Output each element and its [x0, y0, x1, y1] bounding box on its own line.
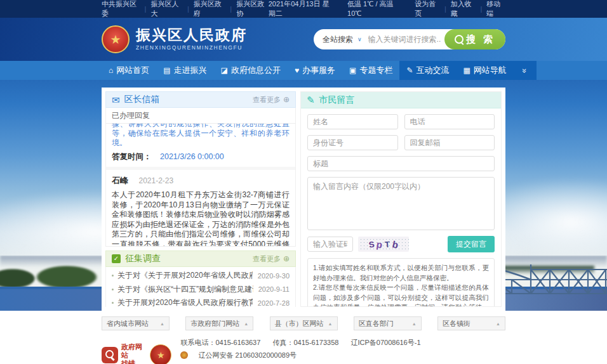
- phone-field[interactable]: [404, 114, 495, 129]
- separator: |: [230, 5, 232, 13]
- nav-more-button[interactable]: »: [514, 61, 537, 80]
- site-header: ★ 振兴区人民政府 ZHENXINGQURENMINZHENGFU 全站搜索 ∨…: [0, 18, 607, 61]
- list-item[interactable]: 关于开展对2020年省级人民政府履行教育职责情况满意度调查... 2020-7-…: [112, 296, 290, 307]
- pencil-icon: ✎: [307, 95, 315, 105]
- site-search: 全站搜索 ∨ 搜 索: [314, 29, 505, 49]
- clipboard-check-icon: ✓: [112, 254, 121, 263]
- note-line: 1.请如实填写姓名和联系方式，以便相关部门与您联系，更好地办理来信。我们对您的个…: [313, 263, 489, 283]
- footer-band: 省内城市网站▲ 市政府部门网站▲ 县（市）区网站▲ 区直各部门▲ 区各镇街▲ 政…: [0, 311, 607, 364]
- message-form-title: 市民留言: [319, 94, 355, 106]
- mailbox-panel-header: ✉ 区长信箱 查看更多 ⊕: [105, 91, 296, 108]
- national-emblem-icon: ★: [102, 25, 130, 53]
- email-field[interactable]: [404, 135, 495, 150]
- nav-item-home[interactable]: ⌂ 网站首页: [102, 61, 156, 80]
- separator: |: [187, 5, 189, 13]
- separator: |: [444, 5, 446, 13]
- topbar-link-peoples-congress[interactable]: 振兴区人大: [150, 0, 183, 18]
- captcha-char: T: [385, 239, 390, 249]
- weather-info: 低温 1℃ / 高温 10℃: [347, 0, 403, 18]
- topbar-link-cppcc[interactable]: 振兴区政协: [236, 0, 269, 18]
- letter-date: 2021-2-23: [138, 176, 173, 185]
- nav-item-about[interactable]: ▤ 走进振兴: [156, 61, 213, 80]
- id-number-field[interactable]: [307, 135, 398, 150]
- icp-license: 辽ICP备07008616号-1: [350, 339, 420, 346]
- pencil-board-icon: ✎: [406, 66, 413, 75]
- select-county-sites[interactable]: 县（市）区网站▲: [270, 316, 338, 330]
- topbar-link-party-committee[interactable]: 中共振兴区委: [102, 0, 140, 18]
- find-error-logo[interactable]: 政府网站 找错: [102, 343, 142, 364]
- reply-time-row: 答复时间： 2021/3/26 0:00:00: [106, 149, 295, 170]
- name-field[interactable]: [307, 114, 398, 129]
- find-error-magnifier-icon: [102, 347, 118, 363]
- mailbox-view-more-link[interactable]: 查看更多 ⊕: [253, 95, 290, 105]
- survey-item-date: 2020-9-11: [258, 285, 290, 293]
- site-logo[interactable]: ★ 振兴区人民政府 ZHENXINGQURENMINZHENGFU: [102, 25, 247, 53]
- search-button[interactable]: 搜 索: [444, 29, 505, 49]
- note-line: 2.请您尽量每次来信反映一个问题，尽量详细描述您的具体问题，如涉及多个问题，可以…: [313, 283, 489, 307]
- search-input[interactable]: [367, 34, 442, 44]
- chevron-down-icon: ∨: [357, 36, 362, 42]
- double-chevron-icon: »: [520, 68, 530, 72]
- list-item[interactable]: 关于对《关于开展对2020年省级人民政府履行教育职责情况满... 2020-9-…: [112, 269, 290, 283]
- bookmark-icon: ▣: [349, 66, 356, 75]
- document-icon: ▤: [163, 66, 170, 75]
- select-district-departments[interactable]: 区直各部门▲: [354, 316, 422, 330]
- tab-processed-replies[interactable]: 已办理回复: [106, 108, 295, 124]
- add-favorite-link[interactable]: 加入收藏: [451, 0, 476, 18]
- nav-item-interaction[interactable]: ✎ 互动交流: [399, 61, 456, 80]
- bullet-icon: [112, 302, 114, 304]
- select-province-sites[interactable]: 省内城市网站▲: [102, 316, 170, 330]
- main-content: ✉ 区长信箱 查看更多 ⊕ 已办理回复 骤、讲解火灾时的规范操作、突发情况的应急…: [102, 88, 505, 311]
- separator: |: [480, 5, 482, 13]
- separator: |: [145, 5, 147, 13]
- top-utility-bar: 中共振兴区委| 振兴区人大| 振兴区政府| 振兴区政协 2021年04月13日 …: [0, 0, 607, 18]
- captcha-image[interactable]: S p T b: [358, 237, 409, 252]
- citizen-letter[interactable]: 石峰 2021-2-23 本人于2020年10月租下丹东万达金街32-7商铺进行…: [106, 170, 295, 246]
- site-subtitle: ZHENXINGQURENMINZHENGFU: [136, 44, 247, 51]
- letter-author: 石峰: [112, 176, 128, 185]
- survey-item-title: 关于对《关于开展对2020年省级人民政府履行教育职责情况满...: [117, 270, 253, 281]
- survey-panel-header: ✓ 征集调查 查看更多 ⊕: [105, 250, 296, 267]
- government-badge-icon[interactable]: ★: [150, 344, 171, 364]
- mobile-site-link[interactable]: 移动端: [486, 0, 505, 18]
- reply-excerpt-text: 骤、讲解火灾时的规范操作、突发情况的应急处置等，确保给在院老人提供一个安宁、祥和…: [112, 124, 290, 148]
- topbar-link-district-gov[interactable]: 振兴区政府: [194, 0, 226, 18]
- set-homepage-link[interactable]: 设为首页: [415, 0, 440, 18]
- message-panel-header: ✎ 市民留言: [301, 92, 501, 108]
- message-panel: ✎ 市民留言 S p T: [300, 91, 502, 307]
- captcha-char: b: [392, 238, 400, 250]
- message-content-field[interactable]: [307, 177, 495, 230]
- reply-time-value: 2021/3/26 0:00:00: [160, 152, 224, 161]
- select-city-departments[interactable]: 市政府部门网站▲: [185, 316, 253, 330]
- mailbox-title: 区长信箱: [124, 94, 160, 105]
- captcha-char: p: [376, 238, 383, 250]
- security-record[interactable]: 辽公网安备 21060302000089号: [180, 351, 297, 359]
- triangle-up-icon: ▲: [412, 322, 417, 326]
- site-group-selects: 省内城市网站▲ 市政府部门网站▲ 县（市）区网站▲ 区直各部门▲ 区各镇街▲: [102, 316, 505, 330]
- reply-time-label: 答复时间：: [112, 152, 152, 161]
- list-item[interactable]: 关于对《振兴区“十四五”规划编制意见建议的公告》公开征... 2020-9-11: [112, 283, 290, 297]
- nav-item-topics[interactable]: ▣ 专题专栏: [342, 61, 399, 80]
- submit-message-button[interactable]: 提交留言: [448, 236, 495, 252]
- search-scope-dropdown[interactable]: 全站搜索 ∨: [323, 34, 367, 45]
- nav-item-services[interactable]: ♥ 办事服务: [288, 61, 342, 80]
- captcha-field[interactable]: [307, 237, 353, 252]
- triangle-up-icon: ▲: [496, 322, 500, 326]
- survey-view-more-link[interactable]: 查看更多 ⊕: [253, 254, 290, 264]
- reply-excerpt: 骤、讲解火灾时的规范操作、突发情况的应急处置等，确保给在院老人提供一个安宁、祥和…: [106, 124, 295, 149]
- current-date: 2021年04月13日 星期二: [269, 0, 336, 18]
- subject-field[interactable]: [307, 156, 495, 171]
- mailbox-panel-body: 已办理回复 骤、讲解火灾时的规范操作、突发情况的应急处置等，确保给在院老人提供一…: [105, 108, 296, 247]
- nav-item-gov-info[interactable]: ◪ 政府信息公开: [214, 61, 288, 80]
- triangle-up-icon: ▲: [160, 322, 164, 326]
- survey-item-title: 关于开展对2020年省级人民政府履行教育职责情况满意度调查...: [117, 297, 253, 307]
- select-towns-streets[interactable]: 区各镇街▲: [437, 316, 505, 330]
- grid-icon: ▦: [463, 66, 470, 75]
- circle-plus-icon: ⊕: [283, 254, 290, 263]
- security-shield-icon: [180, 351, 188, 359]
- find-error-text: 政府网站: [121, 343, 142, 360]
- find-error-text: 找错: [121, 360, 142, 364]
- survey-item-date: 2020-7-28: [258, 299, 290, 307]
- nav-item-sitemap[interactable]: ▦ 网站导航: [456, 61, 513, 80]
- submission-notes: 1.请如实填写姓名和联系方式，以便相关部门与您联系，更好地办理来信。我们对您的个…: [307, 258, 495, 307]
